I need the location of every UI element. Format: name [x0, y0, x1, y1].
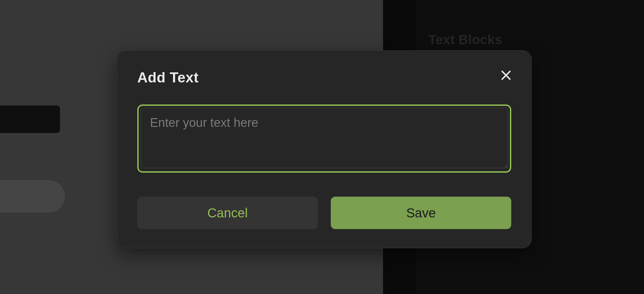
cancel-button[interactable]: Cancel [137, 197, 318, 229]
close-icon [500, 69, 512, 81]
close-button[interactable] [499, 68, 513, 82]
modal-header: Add Text [137, 69, 511, 86]
text-input[interactable] [141, 108, 508, 168]
add-text-modal: Add Text Cancel Save [117, 50, 532, 248]
modal-button-row: Cancel Save [137, 197, 511, 229]
modal-title: Add Text [137, 69, 199, 86]
text-input-focus-ring [137, 104, 511, 173]
save-button[interactable]: Save [331, 197, 511, 229]
